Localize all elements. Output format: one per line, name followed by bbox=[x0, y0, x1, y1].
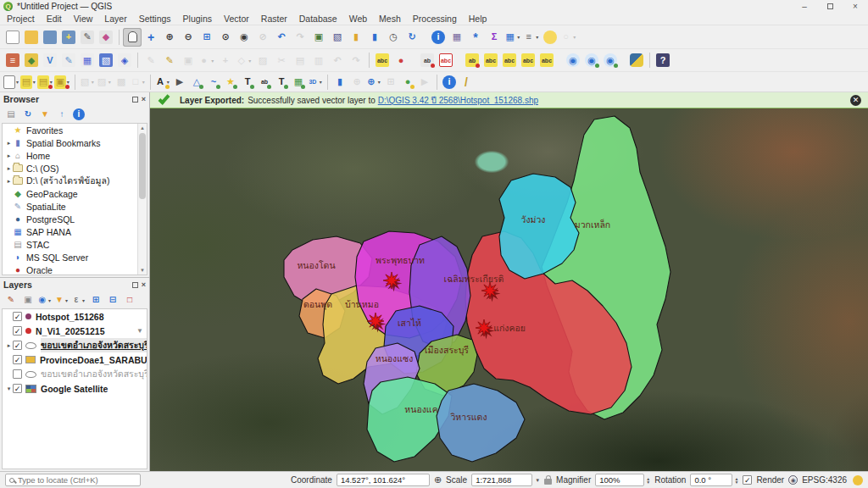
create-polygon-annotation[interactable]: △ bbox=[188, 74, 205, 91]
dropdown-icon[interactable]: ▾ bbox=[48, 297, 53, 303]
rotate-label[interactable]: abc bbox=[519, 51, 537, 69]
create-picture-annotation[interactable]: ▦ bbox=[290, 74, 307, 91]
dropdown-icon[interactable]: ▾ bbox=[82, 297, 86, 303]
filter-by-expression[interactable]: ε▾ bbox=[71, 292, 86, 308]
browser-item-oracle[interactable]: ●Oracle bbox=[3, 263, 147, 275]
help-contents[interactable]: ? bbox=[654, 51, 672, 69]
create-balloon-text[interactable]: ab bbox=[256, 74, 273, 91]
menu-mesh[interactable]: Mesh bbox=[379, 14, 401, 24]
layer-item-4[interactable]: ขอบเขตอำเภอจังหวัดสระบุรี bbox=[3, 367, 147, 381]
layer-visibility-checkbox[interactable]: ✓ bbox=[13, 312, 22, 321]
browser-item-c-os[interactable]: ▸C:\ (OS) bbox=[3, 162, 147, 175]
zoom-out[interactable]: ⊖ bbox=[179, 28, 198, 47]
add-selected-layers[interactable]: ▤ bbox=[3, 107, 19, 122]
options[interactable]: / bbox=[458, 74, 475, 91]
expand-icon[interactable]: ▸ bbox=[5, 165, 13, 172]
expand-icon[interactable]: ▸ bbox=[5, 342, 13, 349]
gps-connect[interactable]: ▮ bbox=[331, 74, 348, 91]
create-line-annotation[interactable]: ~ bbox=[205, 74, 222, 91]
menu-help[interactable]: Help bbox=[469, 14, 487, 24]
expand-icon[interactable]: ▸ bbox=[5, 178, 13, 185]
new-project[interactable] bbox=[3, 28, 22, 47]
select-annotation[interactable]: ▶ bbox=[171, 74, 188, 91]
dropdown-icon[interactable]: ▾ bbox=[65, 297, 70, 303]
style-manager[interactable]: ◆ bbox=[97, 28, 115, 47]
browser-scrollbar[interactable]: ▲ ▼ bbox=[137, 124, 147, 274]
expand-icon[interactable]: ▸ bbox=[5, 152, 13, 159]
expand-icon[interactable]: ▾ bbox=[5, 385, 13, 392]
open-attribute-table[interactable]: ▦ bbox=[448, 28, 466, 47]
select-features-menu[interactable]: ▾ bbox=[3, 74, 20, 91]
browser-item-d[interactable]: ▸D:\ (สร้างไดรฟ์ข้อมูล) bbox=[3, 175, 147, 187]
gps-track-color[interactable]: ● bbox=[399, 74, 416, 91]
temporal-controller[interactable]: ◷ bbox=[384, 28, 403, 47]
create-text-rect[interactable]: T bbox=[273, 74, 290, 91]
annotation-3d-menu[interactable]: 3D▾ bbox=[307, 74, 324, 91]
select-by-location-menu[interactable]: ▣▾ bbox=[54, 74, 71, 91]
add-group[interactable]: ▣ bbox=[20, 292, 36, 308]
menu-raster[interactable]: Raster bbox=[261, 14, 287, 24]
move-label[interactable]: abc bbox=[500, 51, 519, 69]
new-map-view[interactable]: ▣ bbox=[309, 28, 328, 47]
menu-settings[interactable]: Settings bbox=[139, 14, 171, 24]
processing-toolbox[interactable]: * bbox=[466, 28, 485, 47]
extents-icon[interactable]: ⊕ bbox=[434, 474, 442, 485]
browser-item-sap-hana[interactable]: ▦SAP HANA bbox=[3, 225, 147, 238]
show-hidden-labels[interactable]: abc bbox=[481, 51, 500, 69]
layer-visibility-checkbox[interactable]: ✓ bbox=[13, 326, 22, 336]
menu-plugins[interactable]: Plugins bbox=[183, 14, 212, 24]
layer-visibility-checkbox[interactable]: ✓ bbox=[13, 341, 22, 350]
attribute-table-menu[interactable]: ▦▾ bbox=[504, 28, 522, 47]
show-spatial-bookmarks[interactable]: ▮ bbox=[365, 28, 384, 47]
magnifier-spinner[interactable]: ▲▼ bbox=[646, 477, 650, 484]
browser-item-ms-sql-server[interactable]: ◗MS SQL Server bbox=[3, 251, 147, 263]
new-annotation-layer[interactable]: ◈ bbox=[115, 51, 134, 69]
browser-float-button[interactable] bbox=[132, 97, 138, 103]
pin-unpin-labels[interactable]: ab bbox=[463, 51, 481, 69]
expand-icon[interactable]: ▸ bbox=[5, 140, 13, 147]
messages-icon[interactable] bbox=[853, 475, 863, 485]
save-project-as[interactable]: + bbox=[59, 28, 78, 47]
browser-item-home[interactable]: ▸⌂Home bbox=[3, 149, 147, 162]
new-shapefile-layer[interactable]: V bbox=[41, 51, 59, 69]
map-canvas[interactable]: มวกเหล็กแก่งคอยวังม่วงหนองโดนดอนพุดบ้านห… bbox=[150, 92, 868, 471]
new-mesh-layer[interactable]: ▦ bbox=[78, 51, 97, 69]
filter-browser[interactable]: ▼ bbox=[37, 107, 53, 122]
dropdown-icon[interactable]: ▾ bbox=[142, 79, 147, 85]
layer-item-3[interactable]: ✓ProvinceDoae1_SARABURI bbox=[3, 352, 147, 367]
identify-features[interactable]: i bbox=[429, 28, 448, 47]
browser-item-postgresql[interactable]: ●PostgreSQL bbox=[3, 213, 147, 225]
dropdown-icon[interactable]: ▾ bbox=[573, 34, 578, 40]
show-statistical-summary[interactable]: Σ bbox=[485, 28, 504, 47]
change-label-properties[interactable]: abc bbox=[537, 51, 556, 69]
deselect-features-menu[interactable]: ▤▾ bbox=[37, 74, 54, 91]
restore-button[interactable] bbox=[817, 0, 843, 13]
metasearch-catalog[interactable]: ◉ bbox=[564, 51, 582, 69]
project-properties[interactable]: ✎ bbox=[78, 28, 97, 47]
browser-item-spatialite[interactable]: ✎SpatiaLite bbox=[3, 200, 147, 213]
new-spatial-bookmark[interactable]: ▮ bbox=[347, 28, 365, 47]
new-geopackage-layer[interactable]: ◆ bbox=[22, 51, 41, 69]
collapse-all[interactable]: ↑ bbox=[54, 107, 70, 122]
layer-diagram-options[interactable]: ● bbox=[392, 51, 410, 69]
gps-tools-menu[interactable]: ⊕▾ bbox=[365, 74, 382, 91]
layers-float-button[interactable] bbox=[132, 282, 138, 288]
map-tips[interactable] bbox=[541, 28, 559, 47]
scale-combo[interactable] bbox=[471, 474, 532, 486]
menu-edit[interactable]: Edit bbox=[47, 14, 62, 24]
zoom-to-selection[interactable]: ⊙ bbox=[216, 28, 235, 47]
layer-item-5[interactable]: ▾✓Google Satellite bbox=[3, 381, 147, 396]
scroll-down-icon[interactable]: ▼ bbox=[138, 266, 147, 274]
close-button[interactable]: × bbox=[843, 0, 868, 13]
refresh-browser[interactable]: ↻ bbox=[20, 107, 36, 122]
menu-processing[interactable]: Processing bbox=[413, 14, 457, 24]
message-close-button[interactable]: ✕ bbox=[850, 95, 861, 106]
browser-item-geopackage[interactable]: ◆GeoPackage bbox=[3, 187, 147, 200]
zoom-last[interactable]: ↶ bbox=[272, 28, 291, 47]
layers-close-button[interactable]: × bbox=[142, 280, 146, 289]
add-wms-layer[interactable]: ◉ bbox=[582, 51, 601, 69]
python-console[interactable] bbox=[627, 51, 646, 69]
layer-item-2[interactable]: ▸✓ขอบเขตอำเภอจังหวัดสระบุรี bbox=[3, 338, 147, 352]
pin-labels[interactable]: ab bbox=[418, 51, 437, 69]
browser-item-spatial-bookmarks[interactable]: ▸▮Spatial Bookmarks bbox=[3, 136, 147, 149]
